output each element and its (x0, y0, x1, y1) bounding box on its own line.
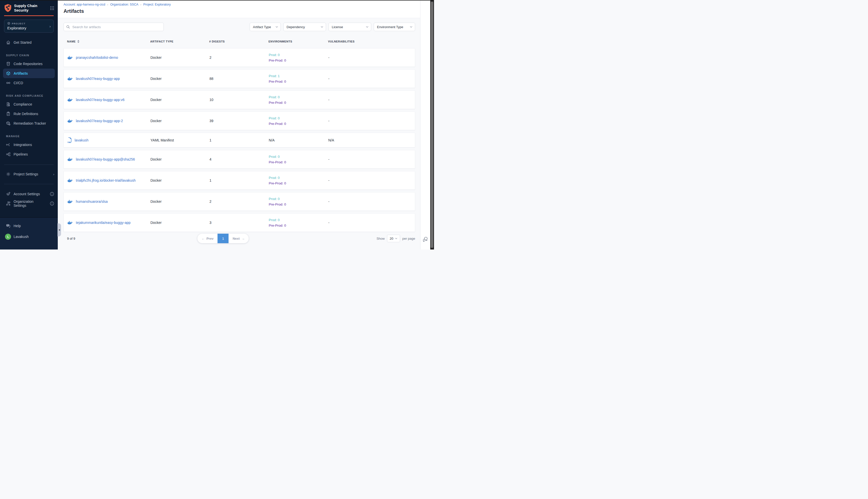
environments-na-value: N/A (269, 138, 274, 142)
table-row[interactable]: YML trialpfv2hi.jfrog.io/docker-trial/la… (64, 171, 415, 190)
search-input[interactable] (72, 25, 161, 29)
project-selector[interactable]: PROJECT Exploratory › (4, 20, 54, 33)
table-row[interactable]: YML lavakush07/easy-buggy-app@sha256 Doc… (64, 150, 415, 169)
prev-page-button[interactable]: ← Prev (197, 234, 218, 243)
artifact-name-link[interactable]: pranaycshah/todolist-demo (76, 56, 118, 60)
module-switcher-icon[interactable] (50, 6, 54, 10)
artifact-name-link[interactable]: lavakush (75, 138, 88, 142)
prod-environment-link[interactable]: Prod: 0 (269, 53, 328, 57)
artifact-name-link[interactable]: lavakush07/easy-buggy-app (76, 77, 120, 81)
scrollbar[interactable] (430, 0, 434, 250)
artifact-type-value: Docker (150, 179, 210, 182)
sort-icon[interactable] (77, 40, 79, 43)
project-name: Exploratory (7, 26, 47, 30)
artifacts-cube-icon (6, 71, 11, 76)
sidebar-item-get-started[interactable]: Get Started (0, 38, 58, 47)
preprod-environment-link[interactable]: Pre-Prod: 0 (269, 203, 328, 206)
preprod-environment-link[interactable]: Pre-Prod: 0 (269, 59, 328, 62)
filter-license[interactable]: License (328, 23, 371, 31)
table-header: NAME ARTIFACT TYPE # DIGESTS ENVIRONMENT… (64, 38, 415, 45)
prod-environment-link[interactable]: Prod: 1 (269, 74, 328, 78)
sidebar-item-compliance[interactable]: Compliance (0, 99, 58, 109)
sidebar-item-artifacts[interactable]: Artifacts (3, 69, 55, 78)
prod-environment-link[interactable]: Prod: 0 (269, 197, 328, 201)
filter-artifact-type[interactable]: Artifact Type (250, 23, 281, 31)
sidebar-header: Supply ChainSecurity (0, 0, 58, 15)
vulnerabilities-value: - (328, 157, 415, 161)
preprod-environment-link[interactable]: Pre-Prod: 0 (269, 181, 328, 185)
prod-environment-link[interactable]: Prod: 0 (269, 155, 328, 159)
table-row[interactable]: YML lavakush07/easy-buggy-app Docker 88 … (64, 69, 415, 88)
brand-underline (4, 15, 54, 16)
artifact-name-link[interactable]: humanshuarora/slsa (76, 199, 108, 204)
artifact-type-value: Docker (150, 77, 210, 81)
breadcrumb-project-link[interactable]: Project: Exploratory (144, 3, 171, 6)
docker-icon (67, 220, 73, 225)
sidebar-bottom-dock: ? Help L Lavakush (0, 217, 58, 250)
digest-count-value: 3 (210, 221, 269, 224)
scrollbar-thumb[interactable] (431, 1, 433, 248)
info-icon[interactable] (50, 201, 54, 206)
artifact-name-link[interactable]: lavakush07/easy-buggy-app:v6 (76, 98, 125, 102)
artifact-type-value: Docker (150, 157, 210, 161)
sidebar-item-project-settings[interactable]: Project Settings › (0, 169, 58, 179)
prod-environment-link[interactable]: Prod: 0 (269, 176, 328, 180)
infinity-icon (6, 81, 11, 85)
breadcrumb-organization-link[interactable]: Organization: SSCA (110, 3, 138, 6)
table-row[interactable]: YML lavakush07/easy-buggy-app-2 Docker 3… (64, 112, 415, 130)
prod-environment-link[interactable]: Prod: 0 (269, 218, 328, 222)
prod-environment-link[interactable]: Prod: 0 (269, 116, 328, 120)
preprod-environment-link[interactable]: Pre-Prod: 0 (269, 223, 328, 227)
sidebar-section-manage: MANAGE (0, 128, 58, 140)
sidebar-item-rule-definitions[interactable]: Rule Definitions (0, 109, 58, 119)
sidebar-item-integrations[interactable]: Integrations (0, 140, 58, 149)
chevron-down-icon (321, 26, 323, 28)
sidebar-item-cicd[interactable]: CI/CD (0, 78, 58, 88)
sidebar-item-code-repositories[interactable]: </> Code Repositories (0, 59, 58, 69)
artifact-type-value: Docker (150, 56, 210, 60)
artifact-type-value: Docker (150, 98, 210, 102)
breadcrumb-account-link[interactable]: Account: app-harness-ng-cicd (64, 3, 105, 6)
table-body: YML pranaycshah/todolist-demo Docker 2 P… (64, 48, 415, 232)
column-header-name[interactable]: NAME (67, 40, 150, 43)
prod-environment-link[interactable]: Prod: 0 (269, 95, 328, 99)
table-row[interactable]: YML tejakummarikuntla/easy-buggy-app Doc… (64, 213, 415, 232)
table-row[interactable]: YML lavakush07/easy-buggy-app:v6 Docker … (64, 90, 415, 109)
page-size-select[interactable]: 20 (387, 235, 400, 242)
digest-count-value: 88 (210, 77, 269, 81)
info-icon[interactable] (50, 192, 54, 196)
artifact-type-value: YAML Manifest (150, 138, 210, 142)
table-row[interactable]: YML pranaycshah/todolist-demo Docker 2 P… (64, 48, 415, 67)
search-box[interactable] (64, 23, 164, 31)
digest-count-value: 2 (210, 56, 269, 60)
left-arrow-icon: ← (201, 237, 205, 241)
current-page-button[interactable]: 1 (218, 234, 228, 243)
sidebar-item-remediation-tracker[interactable]: Remediation Tracker (0, 119, 58, 128)
per-page-control: Show 20 per page (376, 235, 415, 242)
vulnerabilities-value: - (328, 119, 415, 123)
preprod-environment-link[interactable]: Pre-Prod: 0 (269, 122, 328, 126)
sidebar-item-help[interactable]: ? Help (0, 221, 58, 231)
table-row[interactable]: YML humanshuarora/slsa Docker 2 Prod: 0 … (64, 192, 415, 211)
preprod-environment-link[interactable]: Pre-Prod: 0 (269, 80, 328, 83)
filter-environment-type[interactable]: Environment Type (374, 23, 415, 31)
sidebar-item-organization-settings[interactable]: Organization Settings (0, 199, 58, 208)
support-chat-icon[interactable] (422, 236, 429, 242)
preprod-environment-link[interactable]: Pre-Prod: 0 (269, 160, 328, 164)
help-chat-icon: ? (6, 223, 11, 228)
sidebar-collapse-handle[interactable]: ◀ (58, 223, 61, 236)
sidebar-item-account-settings[interactable]: Account Settings (0, 189, 58, 199)
window-top-edge (0, 0, 434, 0)
next-page-button[interactable]: Next → (228, 234, 249, 243)
right-arrow-icon: → (241, 237, 245, 241)
artifact-name-link[interactable]: lavakush07/easy-buggy-app@sha256 (76, 157, 135, 161)
artifact-name-link[interactable]: trialpfv2hi.jfrog.io/docker-trial/lavaku… (76, 179, 136, 182)
artifact-name-link[interactable]: lavakush07/easy-buggy-app-2 (76, 119, 123, 123)
filter-dependency[interactable]: Dependency (283, 23, 326, 31)
user-profile[interactable]: L Lavakush (0, 231, 58, 240)
sidebar-item-pipelines[interactable]: Pipelines (0, 149, 58, 159)
artifact-name-link[interactable]: tejakummarikuntla/easy-buggy-app (76, 221, 131, 224)
table-row[interactable]: YML lavakush YAML Manifest 1 N/A N/A (64, 133, 415, 147)
vulnerabilities-value: - (328, 221, 415, 224)
preprod-environment-link[interactable]: Pre-Prod: 0 (269, 101, 328, 105)
